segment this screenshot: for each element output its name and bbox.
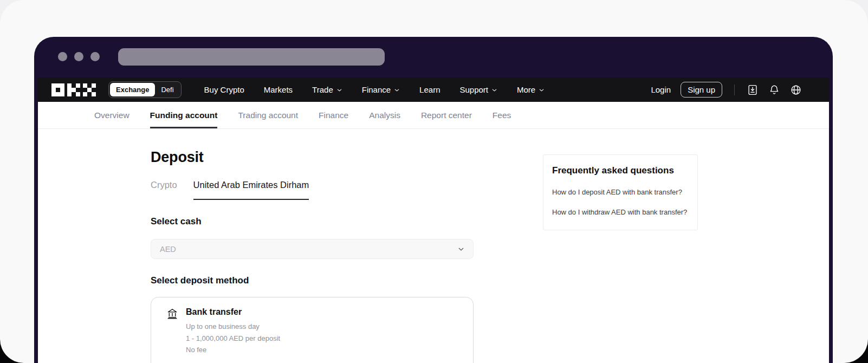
deposit-form: Deposit Crypto United Arab Emirates Dirh… [151, 129, 474, 363]
bank-icon [166, 308, 178, 363]
chevron-down-icon [394, 87, 400, 93]
okx-logo-icon[interactable] [51, 83, 96, 96]
globe-icon[interactable] [790, 84, 802, 96]
exchange-defi-toggle: Exchange Defi [108, 81, 182, 98]
tab-uae-dirham[interactable]: United Arab Emirates Dirham [193, 180, 309, 200]
cash-select[interactable]: AED [151, 239, 474, 259]
browser-window: Exchange Defi Buy Crypto Markets Trade F… [34, 37, 833, 363]
method-limits: 1 - 1,000,000 AED per deposit [186, 334, 280, 343]
main-navbar: Exchange Defi Buy Crypto Markets Trade F… [38, 77, 829, 102]
subnav-report-center[interactable]: Report center [421, 102, 472, 128]
method-name: Bank transfer [186, 307, 280, 317]
method-fee: No fee [186, 345, 280, 355]
nav-markets[interactable]: Markets [264, 85, 293, 94]
faq-panel: Frequently asked questions How do I depo… [543, 154, 698, 230]
window-control-dot[interactable] [74, 52, 83, 61]
method-time: Up to one business day [186, 322, 280, 332]
signup-button[interactable]: Sign up [681, 82, 722, 98]
cash-select-value: AED [160, 245, 176, 254]
toggle-exchange[interactable]: Exchange [110, 83, 155, 96]
select-method-label: Select deposit method [151, 275, 474, 286]
okx-logo-x [83, 83, 96, 96]
browser-titlebar [34, 37, 833, 77]
nav-right: Login Sign up [651, 82, 829, 98]
window-control-dot[interactable] [58, 52, 67, 61]
bank-transfer-card[interactable]: Bank transfer Up to one business day 1 -… [151, 297, 474, 363]
subnav-finance[interactable]: Finance [319, 102, 348, 128]
deposit-type-tabs: Crypto United Arab Emirates Dirham [151, 180, 474, 200]
subnav-fees[interactable]: Fees [493, 102, 511, 128]
nav-links: Buy Crypto Markets Trade Finance Learn S… [204, 85, 545, 94]
faq-question-withdraw[interactable]: How do I withdraw AED with bank transfer… [552, 208, 689, 216]
faq-title: Frequently asked questions [552, 165, 689, 176]
tab-crypto[interactable]: Crypto [151, 180, 177, 200]
nav-finance[interactable]: Finance [362, 85, 400, 94]
subnav-funding-account[interactable]: Funding account [150, 102, 218, 128]
nav-learn[interactable]: Learn [419, 85, 440, 94]
nav-trade[interactable]: Trade [312, 85, 342, 94]
select-cash-label: Select cash [151, 216, 474, 227]
login-link[interactable]: Login [651, 85, 671, 94]
okx-logo-o [51, 83, 64, 96]
okx-logo-k [67, 83, 80, 96]
nav-more[interactable]: More [517, 85, 545, 94]
okx-page: Exchange Defi Buy Crypto Markets Trade F… [38, 77, 829, 363]
chevron-down-icon [457, 245, 465, 254]
content-area: Deposit Crypto United Arab Emirates Dirh… [38, 129, 829, 363]
chevron-down-icon [336, 87, 342, 93]
nav-support[interactable]: Support [459, 85, 497, 94]
page-title: Deposit [151, 149, 474, 166]
nav-buy-crypto[interactable]: Buy Crypto [204, 85, 244, 94]
window-control-dot[interactable] [90, 52, 100, 61]
bell-icon[interactable] [768, 84, 780, 96]
subnav-trading-account[interactable]: Trading account [238, 102, 298, 128]
bank-transfer-info: Bank transfer Up to one business day 1 -… [186, 307, 280, 363]
subnav-overview[interactable]: Overview [94, 102, 129, 128]
faq-question-deposit[interactable]: How do I deposit AED with bank transfer? [552, 188, 689, 196]
toggle-defi[interactable]: Defi [155, 83, 179, 96]
divider [734, 85, 735, 95]
chevron-down-icon [491, 87, 497, 93]
address-bar[interactable] [118, 48, 385, 66]
download-app-icon[interactable] [747, 84, 759, 96]
subnav-analysis[interactable]: Analysis [369, 102, 400, 128]
chevron-down-icon [539, 87, 545, 93]
account-subnav: Overview Funding account Trading account… [38, 102, 829, 129]
